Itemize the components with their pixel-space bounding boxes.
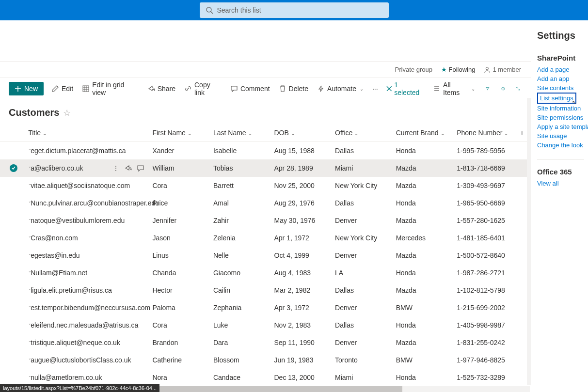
cell-dob: May 30, 1976 — [270, 212, 332, 229]
table-row[interactable]: ⌄vitae.aliquet@sociisnatoque.comCoraBarr… — [0, 177, 531, 194]
cell-title[interactable]: ⌄est.tempor.bibendum@neccursusa.com — [24, 299, 148, 316]
link-list-settings-highlighted[interactable]: List settings ↖ — [537, 93, 576, 104]
col-office[interactable]: Office⌄ — [331, 124, 392, 142]
edit-button[interactable]: Edit — [50, 83, 74, 94]
info-icon[interactable] — [499, 85, 507, 93]
table-row[interactable]: ⌄tristique.aliquet@neque.co.ukBrandonDar… — [0, 334, 531, 351]
table-row[interactable]: ⌄egestas@in.eduLinusNelleOct 4, 1999Denv… — [0, 247, 531, 264]
table-row[interactable]: ⌄Nullam@Etiam.netChandaGiacomoAug 4, 198… — [0, 264, 531, 282]
list-title: Customers — [9, 107, 59, 118]
cell-title[interactable]: ⌄tristique.aliquet@neque.co.uk — [24, 334, 148, 351]
cell-fn: Nora — [148, 369, 209, 386]
svg-line-1 — [211, 12, 213, 14]
table-row[interactable]: ⌄eleifend.nec.malesuada@atrisus.caCoraLu… — [0, 316, 531, 334]
cell-phone: 1-481-185-6401 — [453, 229, 516, 247]
table-row[interactable]: ⌄augue@luctuslobortisClass.co.ukCatherin… — [0, 351, 531, 369]
cell-title[interactable]: ⌄natoque@vestibulumlorem.edu — [24, 212, 148, 229]
col-lastname[interactable]: Last Name⌄ — [209, 124, 270, 142]
cell-fn: Cora — [148, 177, 209, 194]
clear-selection[interactable]: 1 selected — [386, 81, 424, 96]
col-brand[interactable]: Current Brand⌄ — [392, 124, 453, 142]
expand-icon[interactable] — [514, 85, 522, 93]
link-view-all[interactable]: View all — [537, 179, 584, 188]
cell-brand: Honda — [392, 142, 453, 159]
col-dob[interactable]: DOB⌄ — [270, 124, 332, 142]
link-change-look[interactable]: Change the look — [537, 141, 584, 150]
link-add-page[interactable]: Add a page — [537, 65, 584, 74]
copy-link-button[interactable]: Copy link — [183, 79, 222, 98]
cell-title[interactable]: ⌄Nunc.pulvinar.arcu@conubianostraper.edu — [24, 194, 148, 212]
row-share-icon[interactable] — [124, 164, 132, 172]
search-box[interactable]: Search this list — [200, 2, 389, 18]
list-table: Title⌄ First Name⌄ Last Name⌄ DOB⌄ Offic… — [0, 124, 531, 386]
chevron-down-icon: ⌄ — [504, 131, 508, 136]
cell-office: Dallas — [331, 142, 392, 159]
select-all-header[interactable] — [0, 124, 24, 142]
table-row[interactable]: ⌄ligula.elit.pretium@risus.caHectorCaili… — [0, 282, 531, 299]
cell-phone: 1-405-998-9987 — [453, 316, 516, 334]
link-add-app[interactable]: Add an app — [537, 74, 584, 83]
cell-dob: Sep 11, 1990 — [270, 334, 332, 351]
checkmark-icon[interactable] — [10, 164, 17, 172]
table-row[interactable]: ⌄eget.dictum.placerat@mattis.caXanderIsa… — [0, 142, 531, 159]
table-row[interactable]: ⌄est.tempor.bibendum@neccursusa.comPalom… — [0, 299, 531, 316]
cell-fn: Catherine — [148, 351, 209, 369]
link-apply-template[interactable]: Apply a site template — [537, 122, 584, 131]
edit-grid-button[interactable]: Edit in grid view — [81, 79, 139, 98]
cell-phone: 1-831-255-0242 — [453, 334, 516, 351]
vertical-scrollbar[interactable] — [527, 98, 531, 385]
cell-ln: Isabelle — [209, 142, 270, 159]
link-site-permissions[interactable]: Site permissions — [537, 113, 584, 122]
col-title[interactable]: Title⌄ — [24, 124, 148, 142]
table-row[interactable]: ⌄Nunc.pulvinar.arcu@conubianostraper.edu… — [0, 194, 531, 212]
automate-button[interactable]: Automate⌄ — [316, 83, 365, 94]
table-row[interactable]: ⌄natoque@vestibulumlorem.eduJenniferZahi… — [0, 212, 531, 229]
cell-title[interactable]: ⌄eleifend.nec.malesuada@atrisus.ca — [24, 316, 148, 334]
cell-title[interactable]: ⌄a@aclibero.co.uk⋮ — [24, 159, 148, 177]
row-more-icon[interactable]: ⋮ — [112, 164, 119, 172]
cell-fn: Cora — [148, 316, 209, 334]
link-list-settings[interactable]: List settings — [540, 94, 573, 103]
cell-fn: William — [148, 159, 209, 177]
cell-title[interactable]: ⌄Nullam@Etiam.net — [24, 264, 148, 282]
col-phone[interactable]: Phone Number⌄ — [453, 124, 516, 142]
cell-office: LA — [331, 264, 392, 282]
cell-title[interactable]: ⌄vitae.aliquet@sociisnatoque.com — [24, 177, 148, 194]
row-comment-icon[interactable] — [137, 164, 144, 172]
col-firstname[interactable]: First Name⌄ — [148, 124, 209, 142]
link-site-contents[interactable]: Site contents — [537, 83, 584, 93]
delete-icon — [279, 85, 286, 93]
cell-title[interactable]: ⌄nulla@ametlorem.co.uk — [24, 369, 148, 386]
delete-button[interactable]: Delete — [278, 83, 309, 94]
cell-ln: Nelle — [209, 247, 270, 264]
cell-dob: Dec 13, 2000 — [270, 369, 332, 386]
table-row[interactable]: ⌄nulla@ametlorem.co.ukNoraCandaceDec 13,… — [0, 369, 531, 386]
cell-fn: Paloma — [148, 299, 209, 316]
table-row[interactable]: ⌄Cras@non.comJasonZeleniaApr 1, 1972New … — [0, 229, 531, 247]
link-site-info[interactable]: Site information — [537, 104, 584, 113]
filter-icon[interactable] — [484, 85, 492, 93]
office365-heading: Office 365 — [537, 168, 584, 176]
table-row[interactable]: ⌄a@aclibero.co.uk⋮WilliamTobiasApr 28, 1… — [0, 159, 531, 177]
comment-button[interactable]: Comment — [229, 83, 271, 94]
share-button[interactable]: Share — [146, 83, 176, 94]
members-link[interactable]: 1 member — [484, 66, 521, 73]
following-toggle[interactable]: ★ Following — [441, 66, 476, 73]
list-title-row: Customers ☆ — [0, 99, 531, 124]
cell-title[interactable]: ⌄eget.dictum.placerat@mattis.ca — [24, 142, 148, 159]
more-button[interactable]: ··· — [371, 83, 379, 94]
cell-title[interactable]: ⌄ligula.elit.pretium@risus.ca — [24, 282, 148, 299]
cell-title[interactable]: ⌄egestas@in.edu — [24, 247, 148, 264]
cell-title[interactable]: ⌄augue@luctuslobortisClass.co.uk — [24, 351, 148, 369]
settings-title: Settings — [537, 30, 584, 41]
cell-brand: Mazda — [392, 247, 453, 264]
cell-dob: Aug 15, 1988 — [270, 142, 332, 159]
link-site-usage[interactable]: Site usage — [537, 131, 584, 141]
new-button[interactable]: New — [9, 82, 44, 95]
svg-point-0 — [207, 7, 211, 12]
favorite-star-icon[interactable]: ☆ — [63, 108, 71, 118]
suite-header: Search this list — [0, 0, 588, 20]
cell-fn: Jason — [148, 229, 209, 247]
cell-title[interactable]: ⌄Cras@non.com — [24, 229, 148, 247]
view-switcher[interactable]: All Items⌄ — [432, 79, 476, 98]
